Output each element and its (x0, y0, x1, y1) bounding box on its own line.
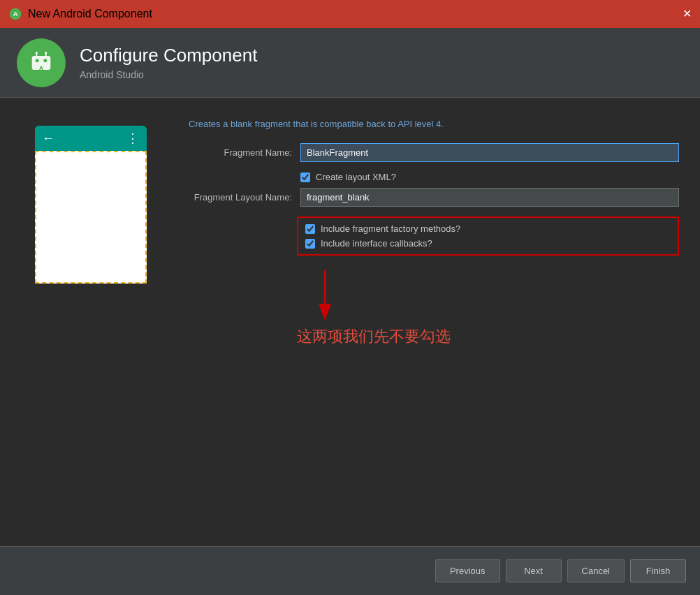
header-subtitle: Android Studio (80, 69, 257, 80)
cancel-button[interactable]: Cancel (567, 559, 625, 582)
svg-text:A: A (13, 10, 18, 17)
include-callbacks-label: Include interface callbacks? (321, 238, 432, 249)
close-button[interactable]: ✕ (683, 8, 692, 20)
right-form: Creates a blank fragment that is compati… (182, 112, 700, 532)
title-bar-text: New Android Component (28, 8, 152, 20)
svg-text:A: A (38, 64, 45, 73)
fragment-name-row: Fragment Name: (189, 143, 679, 162)
svg-point-8 (36, 52, 38, 54)
include-callbacks-row: Include interface callbacks? (305, 238, 671, 249)
header: A Configure Component Android Studio (0, 28, 700, 98)
back-arrow-icon: ← (42, 131, 54, 146)
create-layout-label: Create layout XML? (316, 172, 396, 182)
annotation-text: 这两项我们先不要勾选 (297, 326, 451, 347)
create-layout-checkbox[interactable] (300, 172, 310, 182)
svg-point-5 (43, 59, 47, 62)
include-factory-label: Include fragment factory methods? (321, 223, 460, 234)
annotation-area: 这两项我们先不要勾选 (297, 267, 679, 347)
next-button[interactable]: Next (506, 559, 562, 582)
fragment-name-input[interactable] (300, 143, 679, 162)
title-bar: A New Android Component ✕ (0, 0, 700, 28)
svg-point-4 (36, 59, 39, 62)
include-callbacks-checkbox[interactable] (305, 239, 315, 249)
header-texts: Configure Component Android Studio (80, 45, 257, 80)
fragment-layout-name-label: Fragment Layout Name: (189, 192, 300, 203)
fragment-layout-name-input[interactable] (300, 188, 679, 207)
svg-point-9 (45, 52, 47, 54)
fragment-layout-name-row: Fragment Layout Name: (189, 188, 679, 207)
android-logo-icon: A (24, 45, 59, 80)
header-logo: A (17, 38, 66, 87)
left-preview: ← ⋮ (0, 112, 182, 532)
menu-dots-icon: ⋮ (126, 131, 140, 146)
header-title: Configure Component (80, 45, 257, 66)
finish-button[interactable]: Finish (630, 559, 686, 582)
phone-mockup: ← ⋮ (35, 126, 147, 284)
down-arrow-icon (297, 267, 353, 323)
title-bar-left: A New Android Component (8, 7, 152, 21)
phone-content (35, 151, 147, 284)
phone-toolbar: ← ⋮ (35, 126, 147, 151)
include-factory-row: Include fragment factory methods? (305, 223, 671, 234)
content-wrapper: A Configure Component Android Studio ← ⋮… (0, 28, 700, 595)
red-outlined-box: Include fragment factory methods? Includ… (297, 216, 679, 256)
android-studio-icon: A (8, 7, 22, 21)
main-content: ← ⋮ Creates a blank fragment that is com… (0, 98, 700, 546)
previous-button[interactable]: Previous (435, 559, 500, 582)
include-factory-checkbox[interactable] (305, 224, 315, 234)
fragment-name-label: Fragment Name: (189, 147, 300, 158)
create-layout-row: Create layout XML? (300, 172, 679, 182)
info-text: Creates a blank fragment that is compati… (189, 119, 679, 129)
footer: Previous Next Cancel Finish (0, 546, 700, 595)
